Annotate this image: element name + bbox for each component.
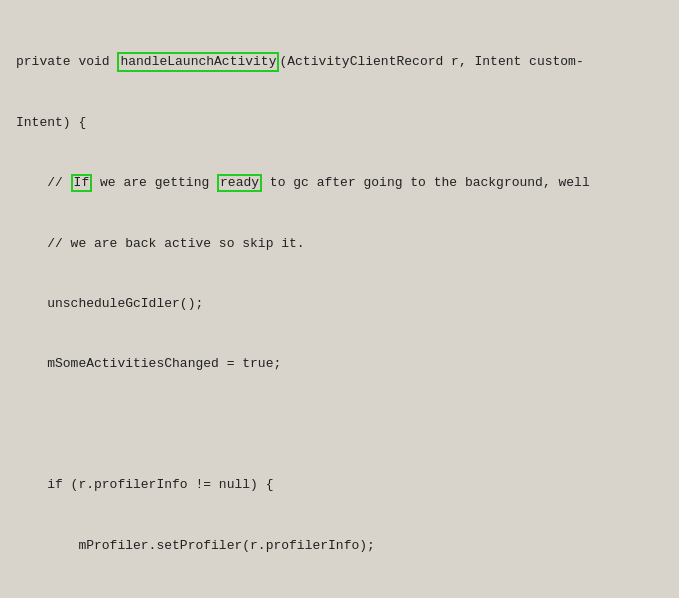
line-7 [16,415,663,435]
code-viewer: private void handleLaunchActivity(Activi… [0,0,679,598]
line-1: private void handleLaunchActivity(Activi… [16,52,663,72]
line-9: mProfiler.setProfiler(r.profilerInfo); [16,536,663,556]
line-3: // If we are getting ready to gc after g… [16,173,663,193]
ready-highlight: ready [217,174,262,192]
handleLaunchActivity-highlight: handleLaunchActivity [117,52,279,72]
line-5: unscheduleGcIdler(); [16,294,663,314]
line-6: mSomeActivitiesChanged = true; [16,354,663,374]
if-highlight: If [71,174,93,192]
line-8: if (r.profilerInfo != null) { [16,475,663,495]
code-content: private void handleLaunchActivity(Activi… [16,12,663,598]
line-2: Intent) { [16,113,663,133]
line-4: // we are back active so skip it. [16,234,663,254]
